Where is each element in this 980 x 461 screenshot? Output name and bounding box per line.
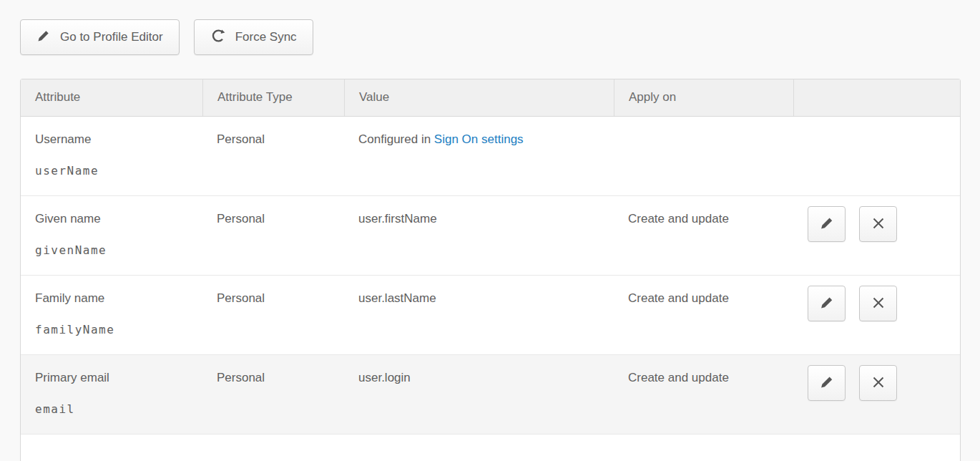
attribute-variable-name: familyName (35, 322, 202, 337)
attribute-type-cell: Personal (202, 196, 344, 275)
pencil-icon (819, 295, 835, 313)
attribute-cell: Family name familyName (21, 276, 202, 354)
column-header-apply-on: Apply on (614, 79, 793, 116)
column-header-attribute: Attribute (21, 79, 202, 116)
pencil-icon (819, 215, 835, 233)
attribute-cell: Primary email email (21, 355, 202, 434)
apply-on-cell: Create and update (614, 355, 793, 434)
table-row-partial (21, 435, 960, 461)
actions-cell (793, 355, 960, 434)
attribute-label: Username (35, 132, 202, 147)
toolbar: Go to Profile Editor Force Sync (20, 19, 980, 55)
apply-on-cell: Create and update (614, 196, 793, 275)
actions-cell (793, 196, 960, 275)
table-row: Username userName Personal Configured in… (21, 117, 960, 196)
pencil-icon (819, 374, 835, 392)
column-header-value: Value (344, 79, 614, 116)
attribute-label: Given name (35, 211, 202, 226)
delete-attribute-button[interactable] (859, 206, 897, 242)
value-cell: user.firstName (344, 196, 614, 275)
pencil-icon (36, 29, 51, 47)
attribute-variable-name: userName (35, 163, 202, 178)
close-icon (871, 215, 886, 233)
attribute-cell: Given name givenName (21, 196, 202, 275)
force-sync-label: Force Sync (235, 30, 297, 44)
actions-cell (793, 276, 960, 354)
value-cell: Configured in Sign On settings (344, 117, 614, 195)
edit-attribute-button[interactable] (808, 365, 846, 401)
attribute-type-cell: Personal (202, 355, 344, 434)
go-to-profile-editor-label: Go to Profile Editor (60, 30, 163, 44)
attribute-label: Family name (35, 291, 202, 306)
table-header-row: Attribute Attribute Type Value Apply on (21, 79, 960, 117)
attribute-type-cell: Personal (202, 276, 344, 354)
attribute-type-cell: Personal (202, 117, 344, 195)
attribute-variable-name: email (35, 402, 202, 417)
column-header-attribute-type: Attribute Type (202, 79, 344, 116)
table-row: Given name givenName Personal user.first… (21, 196, 960, 276)
edit-attribute-button[interactable] (808, 286, 846, 321)
delete-attribute-button[interactable] (859, 286, 897, 321)
actions-cell (793, 117, 960, 195)
column-header-actions (793, 79, 960, 116)
refresh-icon (210, 28, 226, 47)
attribute-cell: Username userName (21, 117, 202, 195)
apply-on-cell (614, 117, 793, 195)
value-text: Configured in (358, 132, 434, 146)
value-cell: user.login (344, 355, 614, 434)
go-to-profile-editor-button[interactable]: Go to Profile Editor (20, 19, 180, 55)
sign-on-settings-link[interactable]: Sign On settings (434, 132, 524, 146)
close-icon (871, 295, 886, 313)
table-row: Primary email email Personal user.login … (21, 355, 960, 435)
delete-attribute-button[interactable] (859, 365, 897, 401)
edit-attribute-button[interactable] (808, 206, 846, 242)
attribute-variable-name: givenName (35, 243, 202, 258)
apply-on-cell: Create and update (614, 276, 793, 354)
attribute-label: Primary email (35, 370, 202, 385)
close-icon (871, 374, 886, 392)
force-sync-button[interactable]: Force Sync (194, 19, 313, 55)
table-row: Family name familyName Personal user.las… (21, 276, 960, 355)
attribute-mapping-table: Attribute Attribute Type Value Apply on … (20, 79, 961, 461)
value-cell: user.lastName (344, 276, 614, 354)
